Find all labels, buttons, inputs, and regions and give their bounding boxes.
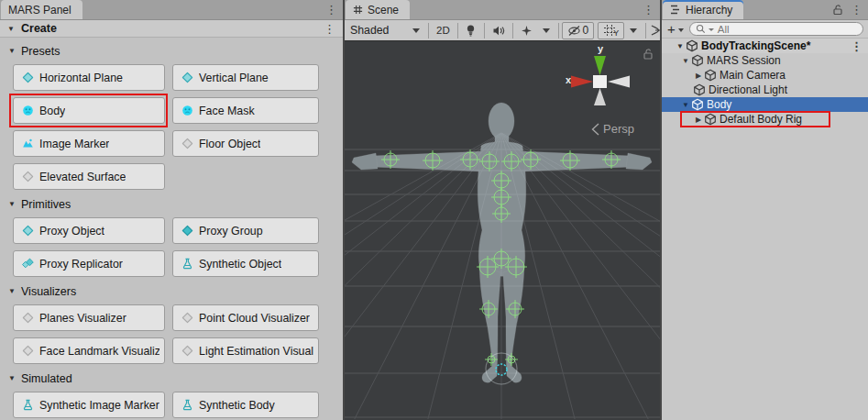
create-button-face-mask[interactable]: Face Mask: [172, 97, 319, 124]
foldout-open-icon[interactable]: ▼: [7, 287, 16, 295]
eye-slash-icon: [567, 25, 581, 37]
section-header-visualizers[interactable]: ▼Visualizers: [7, 284, 343, 298]
gameobject-cube-icon: [691, 54, 704, 67]
hierarchy-search-input[interactable]: All: [689, 22, 863, 36]
create-button-planes-visualizer[interactable]: Planes Visualizer: [13, 304, 165, 331]
gizmo-neg-x-axis-cone[interactable]: [608, 76, 630, 88]
foldout-open-icon[interactable]: ▼: [7, 374, 16, 382]
orientation-gizmo[interactable]: [565, 45, 636, 116]
scene-visibility-toggle[interactable]: 0: [562, 22, 595, 39]
button-cell: Vertical Plane: [172, 64, 319, 91]
effects-sparkle-icon: [521, 25, 533, 37]
create-button-light-estimation-visualiz[interactable]: Light Estimation Visualiz: [172, 337, 319, 364]
create-button-synthetic-body[interactable]: Synthetic Body: [172, 392, 319, 418]
tab-scene[interactable]: Scene: [346, 0, 410, 19]
gizmo-center-cube[interactable]: [593, 75, 607, 88]
section-header-simulated[interactable]: ▼Simulated: [7, 371, 343, 385]
create-button-vertical-plane[interactable]: Vertical Plane: [172, 64, 319, 91]
button-label: Proxy Object: [39, 225, 104, 238]
create-button-image-marker[interactable]: Image Marker: [13, 130, 165, 157]
tab-mars-panel[interactable]: MARS Panel: [1, 0, 82, 19]
kebab-menu-icon[interactable]: ⋮: [845, 4, 868, 16]
create-button-proxy-group[interactable]: Proxy Group: [172, 217, 319, 244]
mars-panel: MARS Panel ⋮ ▼ Create ⋮ ▼PresetsHorizont…: [0, 0, 343, 420]
foldout-open-icon[interactable]: ▼: [675, 42, 686, 50]
tab-hierarchy[interactable]: Hierarchy: [663, 0, 743, 19]
scene-viewport[interactable]: y x Persp: [345, 41, 660, 419]
gizmo-y-axis-cone[interactable]: [594, 56, 606, 75]
foldout-open-icon[interactable]: ▼: [680, 101, 691, 109]
hierarchy-item-body[interactable]: ▼Body: [662, 97, 868, 112]
gizmo-x-axis-cone[interactable]: [571, 76, 593, 88]
diamond-gray-icon: [181, 138, 193, 149]
foldout-open-icon[interactable]: ▼: [680, 57, 691, 65]
clipped-tool-icon: [651, 24, 660, 37]
foldout-open-icon[interactable]: ▼: [7, 200, 16, 208]
button-label: Proxy Replicator: [39, 258, 123, 271]
foldout-open-icon[interactable]: ▼: [6, 25, 16, 33]
section-header-presets[interactable]: ▼Presets: [7, 44, 343, 58]
create-button-synthetic-object[interactable]: Synthetic Object: [172, 250, 319, 277]
scene-asset-row[interactable]: ▼ BodyTrackingScene* ⋮: [662, 39, 868, 53]
shading-mode-dropdown[interactable]: Shaded: [350, 24, 425, 37]
create-button-proxy-object[interactable]: Proxy Object: [13, 217, 165, 244]
kebab-menu-icon[interactable]: ⋮: [318, 23, 341, 35]
unity-scene-icon: [686, 39, 698, 52]
gizmo-y-label: y: [598, 43, 603, 54]
lock-open-icon[interactable]: [643, 48, 654, 60]
tab-scene-label: Scene: [368, 4, 399, 17]
hierarchy-item-default-body-rig[interactable]: ▶Default Body Rig: [662, 112, 868, 127]
create-button-proxy-replicator[interactable]: Proxy Replicator: [13, 250, 165, 277]
2d-mode-toggle[interactable]: 2D: [432, 22, 455, 39]
button-cell: Proxy Replicator: [13, 250, 165, 277]
item-label: MARS Session: [707, 54, 781, 67]
search-filter-dropdown-icon[interactable]: [709, 28, 714, 31]
hierarchy-item-directional-light[interactable]: Directional Light: [662, 83, 868, 97]
foldout-closed-icon[interactable]: ▶: [693, 72, 704, 80]
grid-visibility-toggle[interactable]: Y: [598, 22, 624, 39]
hierarchy-toolbar: + All: [662, 20, 868, 39]
flask-teal-icon: [181, 258, 193, 270]
diamond-teal-icon: [22, 225, 34, 237]
grid-axis-label: Y: [613, 28, 619, 38]
gizmo-neg-y-axis-cone[interactable]: [594, 88, 606, 105]
grid-settings-dropdown-icon[interactable]: [630, 28, 637, 33]
scene-audio-toggle[interactable]: [488, 22, 510, 39]
button-cell: Synthetic Object: [172, 250, 319, 277]
item-label: Body: [707, 98, 731, 111]
hierarchy-item-mars-session[interactable]: ▼MARS Session: [662, 53, 868, 68]
effects-dropdown-icon[interactable]: [543, 28, 550, 33]
gameobject-cube-icon: [693, 83, 706, 96]
create-button-point-cloud-visualizer[interactable]: Point Cloud Visualizer: [172, 304, 319, 331]
create-button-face-landmark-visualiz[interactable]: Face Landmark Visualiz: [13, 337, 165, 364]
chevron-left-icon: [591, 123, 599, 136]
diamond-double-teal-icon: [22, 258, 34, 270]
kebab-menu-icon[interactable]: ⋮: [637, 4, 660, 16]
create-header[interactable]: ▼ Create ⋮: [0, 20, 343, 38]
component-tools-partial-icon[interactable]: [649, 22, 660, 39]
create-button-body[interactable]: Body: [13, 97, 165, 124]
create-button-elevated-surface[interactable]: Elevated Surface: [13, 163, 165, 190]
scene-lighting-toggle[interactable]: [460, 22, 481, 39]
section-header-primitives[interactable]: ▼Primitives: [7, 197, 343, 211]
diamond-gray-icon: [22, 312, 34, 324]
button-cell: Synthetic Body: [172, 392, 319, 418]
foldout-closed-icon[interactable]: ▶: [693, 116, 704, 124]
create-button-floor-object[interactable]: Floor Object: [172, 130, 319, 157]
toolbar-separator: [484, 23, 485, 39]
create-button-synthetic-image-marker[interactable]: Synthetic Image Marker: [13, 392, 165, 418]
button-cell: Floor Object: [172, 130, 319, 157]
toolbar-separator: [512, 23, 513, 39]
gameobject-cube-icon: [691, 98, 704, 111]
create-object-button[interactable]: +: [667, 22, 684, 36]
button-label: Elevated Surface: [39, 171, 126, 183]
foldout-open-icon[interactable]: ▼: [7, 47, 16, 55]
create-button-horizontal-plane[interactable]: Horizontal Plane: [13, 64, 165, 91]
hierarchy-item-main-camera[interactable]: ▶Main Camera: [662, 68, 868, 83]
kebab-menu-icon[interactable]: ⋮: [845, 40, 868, 52]
scene-effects-toggle[interactable]: [516, 22, 537, 39]
projection-mode-label[interactable]: Persp: [591, 122, 634, 136]
search-icon: [696, 24, 706, 34]
kebab-menu-icon[interactable]: ⋮: [320, 4, 343, 16]
lock-open-icon[interactable]: [832, 4, 843, 16]
